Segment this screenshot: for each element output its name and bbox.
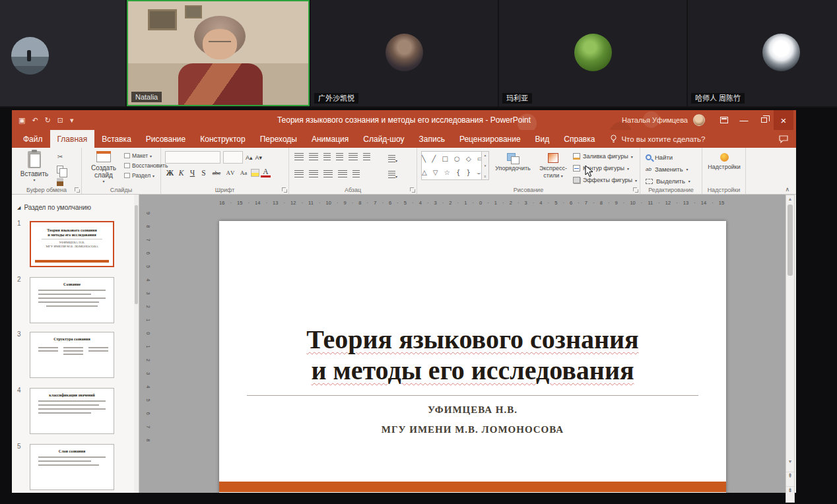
tab-design[interactable]: Конструктор bbox=[193, 130, 252, 148]
scroll-up-icon[interactable]: ▲ bbox=[786, 197, 794, 201]
italic-button[interactable]: К bbox=[176, 169, 186, 177]
change-case-button[interactable]: Аа bbox=[238, 170, 250, 176]
align-text-icon[interactable]: ▾ bbox=[388, 153, 397, 165]
tab-view[interactable]: Вид bbox=[528, 130, 557, 148]
bold-button[interactable]: Ж bbox=[165, 169, 175, 177]
replace-button[interactable]: ab Заменить▾ bbox=[646, 166, 688, 173]
dialog-launcher-icon[interactable] bbox=[410, 187, 415, 193]
decrease-font-icon[interactable]: А▾ bbox=[255, 154, 263, 161]
shape-outline-button[interactable]: Контур фигуры▾ bbox=[573, 165, 629, 172]
dialog-launcher-icon[interactable] bbox=[75, 187, 80, 193]
font-size-select[interactable] bbox=[223, 151, 243, 164]
select-button[interactable]: Выделить▾ bbox=[646, 177, 690, 185]
dialog-launcher-icon[interactable] bbox=[633, 187, 638, 193]
format-painter-icon[interactable] bbox=[54, 177, 66, 187]
slide-affiliation[interactable]: МГУ ИМЕНИ М.В. ЛОМОНОСОВА bbox=[219, 424, 726, 435]
justify-icon[interactable] bbox=[338, 170, 347, 177]
panel-scrollbar-thumb[interactable] bbox=[135, 205, 138, 304]
find-button[interactable]: Найти bbox=[646, 154, 673, 161]
convert-smartart-icon[interactable]: ▾ bbox=[388, 169, 397, 181]
cut-icon[interactable]: ✂ bbox=[54, 152, 66, 162]
comments-icon[interactable] bbox=[779, 130, 788, 148]
tab-review[interactable]: Рецензирование bbox=[452, 130, 528, 148]
shape-effects-button[interactable]: Эффекты фигуры▾ bbox=[573, 177, 637, 183]
character-spacing-button[interactable]: АV bbox=[224, 170, 236, 176]
start-slideshow-icon[interactable]: ⊡ bbox=[57, 116, 63, 125]
account-avatar[interactable] bbox=[693, 114, 705, 126]
minimize-button[interactable]: — bbox=[734, 110, 754, 130]
align-right-icon[interactable] bbox=[323, 170, 333, 177]
save-icon[interactable]: ▣ bbox=[18, 116, 25, 125]
shapes-gallery[interactable]: ╲ ╱ □ ○ ◇ ▭ △ ▽ ☆ { } ⌣ bbox=[421, 151, 482, 180]
tab-help[interactable]: Справка bbox=[556, 130, 602, 148]
tab-record[interactable]: Запись bbox=[412, 130, 452, 148]
participant-tile-1[interactable] bbox=[0, 0, 125, 106]
text-shadow-button[interactable]: S bbox=[199, 169, 209, 177]
font-color-button[interactable]: А bbox=[261, 168, 271, 177]
line-spacing-icon[interactable] bbox=[349, 153, 358, 160]
scrollbar-thumb[interactable] bbox=[787, 205, 793, 276]
tab-home[interactable]: Главная bbox=[50, 130, 95, 148]
numbering-icon[interactable] bbox=[309, 153, 318, 160]
collapse-ribbon-icon[interactable]: ∧ bbox=[785, 186, 789, 193]
arrange-button[interactable]: Упорядочить bbox=[492, 153, 533, 172]
increase-font-icon[interactable]: А▴ bbox=[246, 154, 253, 161]
gallery-down-icon[interactable]: ▾ bbox=[485, 164, 486, 168]
tell-me-box[interactable]: Что вы хотите сделать? bbox=[610, 130, 705, 148]
ribbon-display-options-button[interactable] bbox=[714, 110, 734, 130]
restore-button[interactable] bbox=[754, 110, 774, 130]
slide-canvas[interactable]: Теория языкового сознания и методы его и… bbox=[219, 221, 726, 493]
font-name-select[interactable] bbox=[165, 151, 220, 164]
panel-scrollbar[interactable] bbox=[134, 195, 139, 493]
align-left-icon[interactable] bbox=[294, 170, 304, 177]
addins-button[interactable]: Надстройки bbox=[706, 153, 742, 171]
participant-tile-3[interactable]: 广外沙凯悦 bbox=[311, 0, 498, 106]
gallery-up-icon[interactable]: ▴ bbox=[485, 153, 486, 157]
account-name[interactable]: Наталья Уфимцева bbox=[622, 116, 688, 124]
align-center-icon[interactable] bbox=[309, 170, 318, 177]
tab-animations[interactable]: Анимация bbox=[304, 130, 356, 148]
strikethrough-button[interactable]: abc bbox=[210, 170, 223, 176]
underline-button[interactable]: Ч bbox=[187, 169, 197, 177]
text-direction-icon[interactable] bbox=[363, 153, 370, 160]
next-slide-button[interactable]: ⇟ bbox=[786, 486, 794, 493]
slide-thumbnail-2[interactable]: Сознание bbox=[30, 277, 114, 323]
slide-title-line-1[interactable]: Теория языкового сознания bbox=[219, 324, 726, 355]
paste-button[interactable]: Вставить ▾ bbox=[17, 151, 51, 182]
customize-qat-icon[interactable]: ▾ bbox=[70, 116, 74, 125]
quick-styles-button[interactable]: Экспресс-стили ▾ bbox=[535, 153, 572, 180]
close-button[interactable]: × bbox=[774, 110, 793, 130]
tab-draw[interactable]: Рисование bbox=[139, 130, 193, 148]
section-header[interactable]: ◢ Раздел по умолчанию bbox=[17, 204, 91, 211]
tab-slideshow[interactable]: Слайд-шоу bbox=[356, 130, 411, 148]
columns-icon[interactable] bbox=[352, 170, 360, 177]
highlight-color-icon[interactable] bbox=[251, 169, 259, 177]
tab-file[interactable]: Файл bbox=[16, 130, 50, 148]
slide-title-line-2[interactable]: и методы его исследования bbox=[219, 355, 726, 386]
previous-slide-button[interactable]: ⇞ bbox=[786, 472, 794, 479]
slide-thumbnail-3[interactable]: Структура сознания bbox=[30, 332, 114, 378]
tab-transitions[interactable]: Переходы bbox=[253, 130, 304, 148]
vertical-scrollbar[interactable]: ▲ ▼ ⇞ ⇟ bbox=[786, 195, 795, 503]
redo-icon[interactable]: ↻ bbox=[45, 116, 51, 125]
slide-author[interactable]: УФИМЦЕВА Н.В. bbox=[219, 404, 726, 416]
participant-tile-5[interactable]: 哈师人 周陈竹 bbox=[688, 0, 837, 106]
gallery-more-icon[interactable]: ≡ bbox=[485, 174, 486, 178]
participant-tile-active-speaker[interactable]: Natalia bbox=[127, 0, 310, 106]
undo-icon[interactable]: ↶ bbox=[32, 116, 38, 125]
dialog-launcher-icon[interactable] bbox=[282, 187, 287, 193]
copy-icon[interactable] bbox=[54, 164, 66, 174]
slide-thumbnail-5[interactable]: Слои сознания bbox=[30, 444, 114, 490]
title-bar[interactable]: ▣ ↶ ↻ ⊡ ▾ Теория языкового сознания и ме… bbox=[12, 110, 796, 130]
shape-fill-button[interactable]: Заливка фигуры▾ bbox=[573, 153, 633, 160]
scroll-down-icon[interactable]: ▼ bbox=[786, 459, 794, 464]
participant-tile-4[interactable]: 玛利亚 bbox=[499, 0, 686, 106]
tab-insert[interactable]: Вставка bbox=[94, 130, 139, 148]
indent-increase-icon[interactable] bbox=[336, 153, 343, 160]
new-slide-button[interactable]: Создать слайд ▾ bbox=[84, 151, 123, 183]
shapes-gallery-scroll[interactable]: ▴ ▾ ≡ bbox=[482, 151, 489, 180]
slide-thumbnail-4[interactable]: классификация значений bbox=[30, 388, 114, 434]
slide-thumbnail-1[interactable]: Теория языкового сознания и методы его и… bbox=[30, 221, 114, 267]
bullets-icon[interactable] bbox=[294, 153, 304, 160]
indent-decrease-icon[interactable] bbox=[323, 153, 331, 160]
